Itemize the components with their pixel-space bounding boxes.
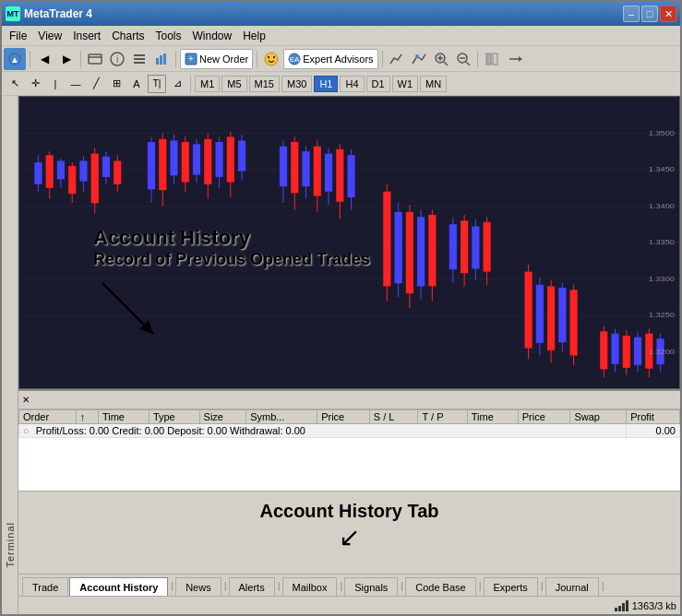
- toolbar-arrow-icon[interactable]: ▲: [4, 48, 26, 70]
- svg-text:+: +: [188, 53, 194, 64]
- tab-journal[interactable]: Journal: [545, 577, 599, 596]
- tab-codebase[interactable]: Code Base: [405, 577, 475, 596]
- tab-alerts[interactable]: Alerts: [229, 577, 275, 596]
- toolbar-indicators-icon[interactable]: [387, 49, 407, 69]
- terminal-close-button[interactable]: ✕: [22, 395, 30, 405]
- svg-rect-51: [102, 157, 110, 177]
- annotation-down-arrow: ↙: [259, 522, 438, 553]
- menu-tools[interactable]: Tools: [150, 28, 187, 44]
- svg-text:1.3200: 1.3200: [649, 349, 676, 356]
- tf-d1[interactable]: D1: [366, 76, 390, 92]
- tab-news[interactable]: News: [175, 577, 221, 596]
- svg-point-16: [273, 56, 275, 58]
- toolbar-forward-icon[interactable]: ▶: [56, 49, 77, 69]
- svg-rect-61: [182, 142, 189, 182]
- hline-tool[interactable]: —: [66, 75, 85, 93]
- tf-separator: [190, 76, 191, 92]
- menu-help[interactable]: Help: [237, 28, 271, 44]
- tf-m5[interactable]: M5: [221, 76, 246, 92]
- svg-rect-81: [325, 154, 332, 192]
- toolbar-zoom-out-icon[interactable]: [453, 49, 473, 69]
- status-info: 1363/3 kb: [615, 600, 676, 611]
- text-tool[interactable]: A: [127, 75, 146, 93]
- toolbar-template-icon[interactable]: [409, 49, 429, 69]
- tab-sep-4: |: [340, 580, 342, 591]
- svg-rect-2: [89, 54, 102, 64]
- col-order: Order: [19, 410, 77, 424]
- signal-bar-2: [618, 606, 621, 611]
- arrow-tool[interactable]: ⊿: [168, 75, 186, 93]
- tab-account-history[interactable]: Account History: [69, 577, 168, 596]
- toolbar-settings-icon[interactable]: [129, 49, 150, 69]
- tf-m15[interactable]: M15: [249, 76, 280, 92]
- menu-file[interactable]: File: [4, 28, 32, 44]
- signal-bar-1: [615, 608, 617, 611]
- tab-sep-5: |: [401, 580, 403, 591]
- toolbar-autoscroll-icon[interactable]: [504, 49, 524, 69]
- svg-text:1.3500: 1.3500: [649, 130, 676, 137]
- svg-rect-67: [215, 142, 222, 177]
- toolbar-smiley-icon[interactable]: [261, 49, 281, 69]
- svg-text:1.3300: 1.3300: [649, 276, 676, 283]
- svg-rect-87: [383, 192, 390, 287]
- close-button[interactable]: ✕: [660, 6, 676, 22]
- menu-insert[interactable]: Insert: [67, 28, 106, 44]
- menu-charts[interactable]: Charts: [106, 28, 150, 44]
- tf-h4[interactable]: H4: [340, 76, 364, 92]
- cursor-tool[interactable]: ↖: [6, 75, 24, 93]
- svg-rect-9: [156, 58, 159, 65]
- chart-area[interactable]: 1.3500 1.3450 1.3400 1.3350 1.3300 1.325…: [18, 96, 680, 389]
- expert-advisors-button[interactable]: EA Expert Advisors: [283, 49, 377, 69]
- svg-point-14: [265, 53, 278, 65]
- tab-bar: Trade Account History | News | Alerts | …: [18, 574, 680, 596]
- svg-rect-41: [46, 155, 54, 188]
- sidebar-terminal-label: Terminal: [5, 522, 16, 568]
- tf-h1[interactable]: H1: [314, 76, 338, 92]
- trendline-tool[interactable]: ╱: [87, 75, 105, 93]
- svg-rect-65: [204, 139, 211, 184]
- profit-loss-text: Profit/Loss: 0.00 Credit: 0.00 Deposit: …: [36, 425, 305, 436]
- tf-m1[interactable]: M1: [195, 76, 220, 92]
- tf-w1[interactable]: W1: [392, 76, 419, 92]
- left-sidebar: Terminal: [2, 96, 18, 614]
- svg-rect-55: [148, 142, 155, 189]
- pitchfork-tool[interactable]: ⊞: [107, 75, 126, 93]
- toolbar-separator4: [257, 51, 257, 67]
- toolbar-zoom-in-icon[interactable]: [431, 49, 451, 69]
- vline-tool[interactable]: |: [46, 75, 65, 93]
- svg-rect-91: [406, 212, 413, 293]
- annotation-area: Account History Tab ↙: [18, 491, 680, 574]
- svg-rect-28: [493, 53, 497, 65]
- toolbar-accounts-icon[interactable]: [85, 49, 105, 69]
- col-tp: T / P: [418, 410, 467, 424]
- menu-window[interactable]: Window: [187, 28, 238, 44]
- tf-mn[interactable]: MN: [420, 76, 447, 92]
- col-sort[interactable]: ↑: [76, 410, 98, 424]
- toolbar-period-sep-icon[interactable]: [482, 49, 502, 69]
- toolbar-chart-icon[interactable]: [151, 49, 172, 69]
- new-order-button[interactable]: + New Order: [180, 49, 253, 69]
- svg-text:i: i: [116, 54, 118, 65]
- crosshair-tool[interactable]: ✛: [26, 75, 44, 93]
- svg-rect-7: [134, 58, 145, 60]
- toolbar-separator3: [175, 51, 176, 67]
- tf-m30[interactable]: M30: [281, 76, 312, 92]
- tab-signals[interactable]: Signals: [344, 577, 398, 596]
- tab-mailbox[interactable]: Mailbox: [282, 577, 338, 596]
- tab-experts[interactable]: Experts: [484, 577, 538, 596]
- toolbar-news-icon[interactable]: i: [107, 49, 127, 69]
- toolbar-separator: [30, 51, 30, 67]
- menu-view[interactable]: View: [32, 28, 67, 44]
- svg-rect-99: [461, 220, 468, 273]
- svg-rect-77: [302, 151, 309, 186]
- tab-trade[interactable]: Trade: [22, 577, 68, 596]
- svg-rect-113: [570, 290, 578, 355]
- tab-sep-8: |: [602, 580, 604, 591]
- toolbar-back-icon[interactable]: ◀: [34, 49, 54, 69]
- textlabel-tool[interactable]: T|: [148, 75, 166, 93]
- svg-rect-57: [159, 139, 166, 190]
- maximize-button[interactable]: □: [641, 6, 658, 22]
- svg-rect-39: [34, 162, 42, 184]
- toolbar-separator5: [382, 51, 383, 67]
- minimize-button[interactable]: –: [623, 6, 640, 22]
